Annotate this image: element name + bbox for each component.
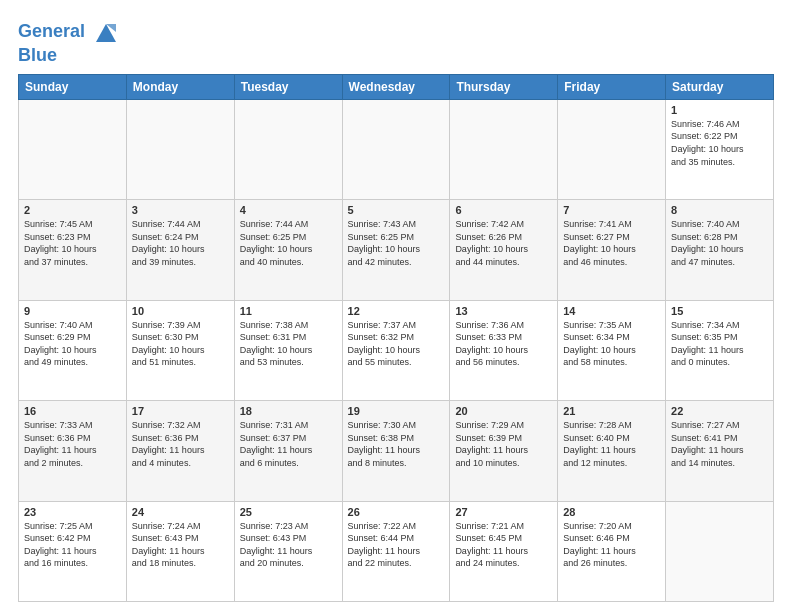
day-info: Sunrise: 7:40 AM Sunset: 6:28 PM Dayligh… (671, 218, 768, 268)
day-number: 25 (240, 506, 337, 518)
day-number: 18 (240, 405, 337, 417)
day-cell: 6Sunrise: 7:42 AM Sunset: 6:26 PM Daylig… (450, 200, 558, 300)
day-info: Sunrise: 7:35 AM Sunset: 6:34 PM Dayligh… (563, 319, 660, 369)
day-number: 16 (24, 405, 121, 417)
day-info: Sunrise: 7:36 AM Sunset: 6:33 PM Dayligh… (455, 319, 552, 369)
day-cell: 22Sunrise: 7:27 AM Sunset: 6:41 PM Dayli… (666, 401, 774, 501)
day-cell: 4Sunrise: 7:44 AM Sunset: 6:25 PM Daylig… (234, 200, 342, 300)
day-info: Sunrise: 7:33 AM Sunset: 6:36 PM Dayligh… (24, 419, 121, 469)
day-cell (234, 99, 342, 199)
day-cell: 1Sunrise: 7:46 AM Sunset: 6:22 PM Daylig… (666, 99, 774, 199)
day-cell: 21Sunrise: 7:28 AM Sunset: 6:40 PM Dayli… (558, 401, 666, 501)
day-info: Sunrise: 7:44 AM Sunset: 6:24 PM Dayligh… (132, 218, 229, 268)
day-number: 27 (455, 506, 552, 518)
day-info: Sunrise: 7:29 AM Sunset: 6:39 PM Dayligh… (455, 419, 552, 469)
day-number: 10 (132, 305, 229, 317)
weekday-thursday: Thursday (450, 74, 558, 99)
weekday-header: SundayMondayTuesdayWednesdayThursdayFrid… (19, 74, 774, 99)
logo-text: General (18, 18, 120, 46)
calendar-body: 1Sunrise: 7:46 AM Sunset: 6:22 PM Daylig… (19, 99, 774, 601)
weekday-monday: Monday (126, 74, 234, 99)
day-info: Sunrise: 7:30 AM Sunset: 6:38 PM Dayligh… (348, 419, 445, 469)
day-info: Sunrise: 7:32 AM Sunset: 6:36 PM Dayligh… (132, 419, 229, 469)
day-cell: 13Sunrise: 7:36 AM Sunset: 6:33 PM Dayli… (450, 300, 558, 400)
day-info: Sunrise: 7:28 AM Sunset: 6:40 PM Dayligh… (563, 419, 660, 469)
day-cell: 25Sunrise: 7:23 AM Sunset: 6:43 PM Dayli… (234, 501, 342, 601)
day-cell: 18Sunrise: 7:31 AM Sunset: 6:37 PM Dayli… (234, 401, 342, 501)
logo-general: General (18, 21, 85, 41)
day-number: 28 (563, 506, 660, 518)
day-number: 12 (348, 305, 445, 317)
day-info: Sunrise: 7:46 AM Sunset: 6:22 PM Dayligh… (671, 118, 768, 168)
day-cell: 12Sunrise: 7:37 AM Sunset: 6:32 PM Dayli… (342, 300, 450, 400)
weekday-saturday: Saturday (666, 74, 774, 99)
day-info: Sunrise: 7:43 AM Sunset: 6:25 PM Dayligh… (348, 218, 445, 268)
day-number: 11 (240, 305, 337, 317)
day-number: 20 (455, 405, 552, 417)
day-info: Sunrise: 7:39 AM Sunset: 6:30 PM Dayligh… (132, 319, 229, 369)
week-row-2: 2Sunrise: 7:45 AM Sunset: 6:23 PM Daylig… (19, 200, 774, 300)
day-info: Sunrise: 7:41 AM Sunset: 6:27 PM Dayligh… (563, 218, 660, 268)
day-number: 14 (563, 305, 660, 317)
weekday-friday: Friday (558, 74, 666, 99)
day-number: 24 (132, 506, 229, 518)
week-row-5: 23Sunrise: 7:25 AM Sunset: 6:42 PM Dayli… (19, 501, 774, 601)
day-number: 5 (348, 204, 445, 216)
logo-icon (92, 18, 120, 46)
day-number: 6 (455, 204, 552, 216)
day-cell: 14Sunrise: 7:35 AM Sunset: 6:34 PM Dayli… (558, 300, 666, 400)
day-cell: 28Sunrise: 7:20 AM Sunset: 6:46 PM Dayli… (558, 501, 666, 601)
day-number: 1 (671, 104, 768, 116)
day-cell: 10Sunrise: 7:39 AM Sunset: 6:30 PM Dayli… (126, 300, 234, 400)
day-cell (558, 99, 666, 199)
day-cell: 9Sunrise: 7:40 AM Sunset: 6:29 PM Daylig… (19, 300, 127, 400)
header: General Blue (18, 18, 774, 66)
day-number: 7 (563, 204, 660, 216)
day-info: Sunrise: 7:27 AM Sunset: 6:41 PM Dayligh… (671, 419, 768, 469)
day-info: Sunrise: 7:20 AM Sunset: 6:46 PM Dayligh… (563, 520, 660, 570)
day-info: Sunrise: 7:22 AM Sunset: 6:44 PM Dayligh… (348, 520, 445, 570)
logo: General Blue (18, 18, 120, 66)
day-cell: 19Sunrise: 7:30 AM Sunset: 6:38 PM Dayli… (342, 401, 450, 501)
weekday-sunday: Sunday (19, 74, 127, 99)
day-number: 23 (24, 506, 121, 518)
day-cell: 23Sunrise: 7:25 AM Sunset: 6:42 PM Dayli… (19, 501, 127, 601)
day-info: Sunrise: 7:42 AM Sunset: 6:26 PM Dayligh… (455, 218, 552, 268)
day-info: Sunrise: 7:21 AM Sunset: 6:45 PM Dayligh… (455, 520, 552, 570)
day-info: Sunrise: 7:31 AM Sunset: 6:37 PM Dayligh… (240, 419, 337, 469)
day-info: Sunrise: 7:38 AM Sunset: 6:31 PM Dayligh… (240, 319, 337, 369)
day-info: Sunrise: 7:23 AM Sunset: 6:43 PM Dayligh… (240, 520, 337, 570)
day-info: Sunrise: 7:45 AM Sunset: 6:23 PM Dayligh… (24, 218, 121, 268)
day-cell: 24Sunrise: 7:24 AM Sunset: 6:43 PM Dayli… (126, 501, 234, 601)
day-info: Sunrise: 7:25 AM Sunset: 6:42 PM Dayligh… (24, 520, 121, 570)
weekday-tuesday: Tuesday (234, 74, 342, 99)
day-number: 8 (671, 204, 768, 216)
day-number: 26 (348, 506, 445, 518)
day-cell: 20Sunrise: 7:29 AM Sunset: 6:39 PM Dayli… (450, 401, 558, 501)
day-cell: 2Sunrise: 7:45 AM Sunset: 6:23 PM Daylig… (19, 200, 127, 300)
day-info: Sunrise: 7:40 AM Sunset: 6:29 PM Dayligh… (24, 319, 121, 369)
weekday-wednesday: Wednesday (342, 74, 450, 99)
week-row-1: 1Sunrise: 7:46 AM Sunset: 6:22 PM Daylig… (19, 99, 774, 199)
day-cell: 3Sunrise: 7:44 AM Sunset: 6:24 PM Daylig… (126, 200, 234, 300)
day-cell (126, 99, 234, 199)
day-cell: 11Sunrise: 7:38 AM Sunset: 6:31 PM Dayli… (234, 300, 342, 400)
day-cell: 7Sunrise: 7:41 AM Sunset: 6:27 PM Daylig… (558, 200, 666, 300)
day-info: Sunrise: 7:37 AM Sunset: 6:32 PM Dayligh… (348, 319, 445, 369)
day-cell: 27Sunrise: 7:21 AM Sunset: 6:45 PM Dayli… (450, 501, 558, 601)
week-row-3: 9Sunrise: 7:40 AM Sunset: 6:29 PM Daylig… (19, 300, 774, 400)
page: General Blue SundayMondayTuesdayWednesda… (0, 0, 792, 612)
day-info: Sunrise: 7:44 AM Sunset: 6:25 PM Dayligh… (240, 218, 337, 268)
day-number: 2 (24, 204, 121, 216)
day-info: Sunrise: 7:24 AM Sunset: 6:43 PM Dayligh… (132, 520, 229, 570)
calendar: SundayMondayTuesdayWednesdayThursdayFrid… (18, 74, 774, 602)
day-number: 21 (563, 405, 660, 417)
day-cell: 16Sunrise: 7:33 AM Sunset: 6:36 PM Dayli… (19, 401, 127, 501)
day-cell: 26Sunrise: 7:22 AM Sunset: 6:44 PM Dayli… (342, 501, 450, 601)
day-number: 22 (671, 405, 768, 417)
day-number: 15 (671, 305, 768, 317)
day-number: 4 (240, 204, 337, 216)
day-number: 19 (348, 405, 445, 417)
day-cell: 15Sunrise: 7:34 AM Sunset: 6:35 PM Dayli… (666, 300, 774, 400)
day-number: 3 (132, 204, 229, 216)
